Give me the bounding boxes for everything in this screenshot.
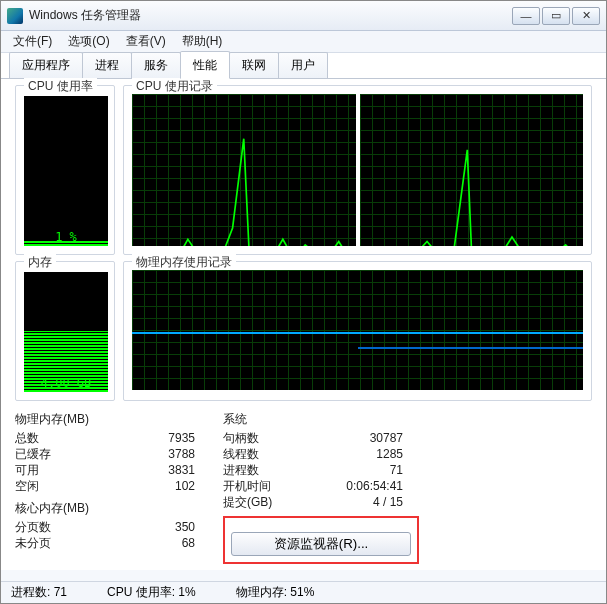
kernel-nonpaged-value: 68 [182,535,195,551]
cpu-history-group: CPU 使用记录 [123,85,592,255]
cpu-usage-group: CPU 使用率 1 % [15,85,115,255]
sys-handles-label: 句柄数 [223,430,259,446]
cpu-graph-1 [360,94,584,246]
tab-processes[interactable]: 进程 [82,52,132,78]
phys-cached-value: 3788 [168,446,195,462]
tabbar: 应用程序 进程 服务 性能 联网 用户 [1,53,606,79]
memory-meter: 4.00 GB [24,272,108,392]
phys-avail-value: 3831 [168,462,195,478]
menu-help[interactable]: 帮助(H) [174,31,231,52]
sys-commit-value: 4 / 15 [373,494,403,510]
sys-procs-label: 进程数 [223,462,259,478]
sys-commit-label: 提交(GB) [223,494,272,510]
task-manager-window: Windows 任务管理器 — ▭ ✕ 文件(F) 选项(O) 查看(V) 帮助… [0,0,607,604]
sys-uptime-value: 0:06:54:41 [346,478,403,494]
phys-total-label: 总数 [15,430,39,446]
cpu-usage-label: CPU 使用率 [24,78,97,95]
menu-options[interactable]: 选项(O) [60,31,117,52]
kernel-paged-label: 分页数 [15,519,51,535]
kernel-memory-title: 核心内存(MB) [15,500,195,517]
kernel-paged-value: 350 [175,519,195,535]
close-button[interactable]: ✕ [572,7,600,25]
cpu-value: 1 % [24,230,108,244]
physical-memory-title: 物理内存(MB) [15,411,195,428]
titlebar[interactable]: Windows 任务管理器 — ▭ ✕ [1,1,606,31]
tab-performance[interactable]: 性能 [180,51,230,79]
sys-handles-value: 30787 [370,430,403,446]
sys-threads-value: 1285 [376,446,403,462]
statusbar: 进程数: 71 CPU 使用率: 1% 物理内存: 51% [1,581,606,603]
window-title: Windows 任务管理器 [29,7,512,24]
resource-monitor-button[interactable]: 资源监视器(R)... [231,532,411,556]
resource-monitor-highlight: 资源监视器(R)... [223,516,419,564]
memory-history-label: 物理内存使用记录 [132,254,236,271]
memory-value: 4.00 GB [24,376,108,390]
minimize-button[interactable]: — [512,7,540,25]
cpu-meter: 1 % [24,96,108,246]
cpu-graph-0 [132,94,356,246]
kernel-nonpaged-label: 未分页 [15,535,51,551]
memory-history-group: 物理内存使用记录 [123,261,592,401]
sys-uptime-label: 开机时间 [223,478,271,494]
tab-networking[interactable]: 联网 [229,52,279,78]
menu-file[interactable]: 文件(F) [5,31,60,52]
tab-users[interactable]: 用户 [278,52,328,78]
system-title: 系统 [223,411,419,428]
performance-panel: CPU 使用率 1 % CPU 使用记录 [1,79,606,570]
maximize-button[interactable]: ▭ [542,7,570,25]
status-cpu: CPU 使用率: 1% [107,584,196,601]
sys-threads-label: 线程数 [223,446,259,462]
tab-applications[interactable]: 应用程序 [9,52,83,78]
status-memory: 物理内存: 51% [236,584,315,601]
sys-procs-value: 71 [390,462,403,478]
phys-avail-label: 可用 [15,462,39,478]
memory-usage-label: 内存 [24,254,56,271]
menu-view[interactable]: 查看(V) [118,31,174,52]
phys-cached-label: 已缓存 [15,446,51,462]
phys-total-value: 7935 [168,430,195,446]
phys-free-label: 空闲 [15,478,39,494]
tab-services[interactable]: 服务 [131,52,181,78]
phys-free-value: 102 [175,478,195,494]
status-processes: 进程数: 71 [11,584,67,601]
menubar: 文件(F) 选项(O) 查看(V) 帮助(H) [1,31,606,53]
memory-usage-group: 内存 4.00 GB [15,261,115,401]
app-icon [7,8,23,24]
memory-graph [132,270,583,390]
cpu-history-label: CPU 使用记录 [132,78,217,95]
